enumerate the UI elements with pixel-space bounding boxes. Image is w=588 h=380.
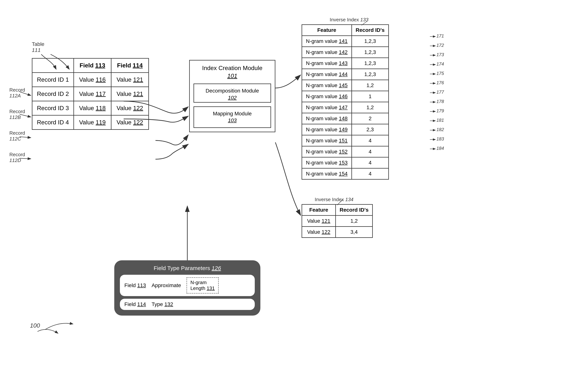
ref-174: 174 [436, 61, 444, 67]
index-row: N-gram value 152 4 [302, 146, 389, 157]
table-row: Record ID 3 Value 118 Value 122 [32, 101, 149, 115]
decomp-title: Decomposition Module102 [194, 84, 270, 102]
index-row: Value 122 3,4 [302, 227, 373, 238]
ftp-approximate: Approximate [152, 283, 181, 288]
recs-153: 4 [352, 157, 388, 168]
ftp-box: Field Type Parameters 126 Field 113 Appr… [114, 260, 260, 316]
feat-148: N-gram value 148 [302, 113, 352, 124]
feature-header-1: Feature [302, 25, 352, 36]
ref-179: 179 [436, 108, 444, 114]
index-row: N-gram value 144 1,2,3 [302, 69, 389, 80]
decomp-box: Decomposition Module102 [193, 84, 271, 103]
feature-header-2: Feature [302, 205, 336, 216]
id-col-header [32, 58, 74, 73]
recs-122: 3,4 [336, 227, 373, 238]
feat-149: N-gram value 149 [302, 124, 352, 135]
record-id-4: Record ID 4 [32, 115, 74, 130]
mapping-box: Mapping Module103 [193, 106, 271, 128]
record-id-2: Record ID 2 [32, 87, 74, 101]
ref-182: 182 [436, 127, 444, 132]
field113-header: Field 113 [74, 58, 111, 73]
feat-145: N-gram value 145 [302, 80, 352, 91]
val119: Value 119 [74, 115, 111, 130]
val121a: Value 121 [111, 73, 149, 87]
ftp-row-1: Field 113 Approximate N-gramLength 131 [120, 275, 255, 296]
ref-173: 173 [436, 52, 444, 57]
recs-149: 2,3 [352, 124, 388, 135]
record-112d-label: Record112D [9, 152, 25, 163]
recs-145: 1,2 [352, 80, 388, 91]
val121b: Value 121 [111, 87, 149, 101]
ref-178: 178 [436, 99, 444, 104]
ftp-type: Type 132 [152, 301, 173, 307]
ref-183: 183 [436, 136, 444, 142]
inv-index-133-table: Feature Record ID's N-gram value 141 1,2… [302, 24, 389, 180]
feat-151: N-gram value 151 [302, 135, 352, 146]
feat-122: Value 122 [302, 227, 336, 238]
record-112b-label: Record112B [9, 109, 25, 120]
record-ids-header-1: Record ID's [352, 25, 388, 36]
val118: Value 118 [74, 101, 111, 115]
main-table: Field 113 Field 114 Record ID 1 Value 11… [32, 58, 149, 130]
val122a: Value 122 [111, 101, 149, 115]
table-ref: 111 [32, 47, 41, 53]
feat-152: N-gram value 152 [302, 146, 352, 157]
table-label: Table111 [32, 41, 44, 53]
feat-141: N-gram value 141 [302, 36, 352, 47]
ref-176: 176 [436, 80, 444, 85]
feat-143: N-gram value 143 [302, 58, 352, 69]
index-row: N-gram value 153 4 [302, 157, 389, 168]
index-row: N-gram value 151 4 [302, 135, 389, 146]
feat-154: N-gram value 154 [302, 168, 352, 179]
mapping-ref: 103 [228, 117, 237, 123]
val122b: Value 122 [111, 115, 149, 130]
table-row: Record ID 2 Value 117 Value 121 [32, 87, 149, 101]
field114-header: Field 114 [111, 58, 149, 73]
feat-144: N-gram value 144 [302, 69, 352, 80]
ref-184: 184 [436, 146, 444, 151]
feat-121: Value 121 [302, 216, 336, 227]
index-row: N-gram value 142 1,2,3 [302, 47, 389, 58]
recs-146: 1 [352, 91, 388, 102]
ftp-title: Field Type Parameters 126 [120, 265, 255, 271]
diagram-container: Table111 Field 113 Field 114 Record ID 1… [0, 0, 588, 380]
ref-171: 171 [436, 33, 444, 38]
inv-index-134-table: Feature Record ID's Value 121 1,2 Value … [302, 204, 373, 238]
ftp-field-114: Field 114 [124, 301, 146, 307]
index-row: N-gram value 141 1,2,3 [302, 36, 389, 47]
ftp-ngram-length: N-gramLength 131 [187, 277, 218, 293]
record-112a-label: Record112A [9, 87, 25, 99]
record-112c-label: Record112C [9, 130, 25, 142]
inv-index-133-label: Inverse Index 133 [330, 17, 368, 23]
ref-181: 181 [436, 118, 444, 123]
record-id-3: Record ID 3 [32, 101, 74, 115]
ref-177: 177 [436, 90, 444, 95]
ref-172: 172 [436, 43, 444, 48]
icm-title: Index Creation Module101 [190, 60, 275, 81]
index-row: N-gram value 145 1,2 [302, 80, 389, 91]
recs-142: 1,2,3 [352, 47, 388, 58]
index-row: N-gram value 149 2,3 [302, 124, 389, 135]
recs-141: 1,2,3 [352, 36, 388, 47]
val116: Value 116 [74, 73, 111, 87]
icm-ref: 101 [227, 73, 237, 79]
recs-143: 1,2,3 [352, 58, 388, 69]
index-row: N-gram value 147 1,2 [302, 102, 389, 113]
recs-154: 4 [352, 168, 388, 179]
recs-121: 1,2 [336, 216, 373, 227]
ftp-field-113: Field 113 [124, 283, 146, 288]
decomp-ref: 102 [228, 95, 237, 101]
recs-151: 4 [352, 135, 388, 146]
icm-box: Index Creation Module101 Decomposition M… [189, 60, 275, 132]
record-ids-header-2: Record ID's [336, 205, 373, 216]
recs-152: 4 [352, 146, 388, 157]
index-row: Value 121 1,2 [302, 216, 373, 227]
index-row: N-gram value 146 1 [302, 91, 389, 102]
index-row: N-gram value 143 1,2,3 [302, 58, 389, 69]
val117: Value 117 [74, 87, 111, 101]
mapping-title: Mapping Module103 [194, 107, 270, 127]
ftp-row-2: Field 114 Type 132 [120, 299, 255, 310]
feat-147: N-gram value 147 [302, 102, 352, 113]
recs-144: 1,2,3 [352, 69, 388, 80]
feat-142: N-gram value 142 [302, 47, 352, 58]
